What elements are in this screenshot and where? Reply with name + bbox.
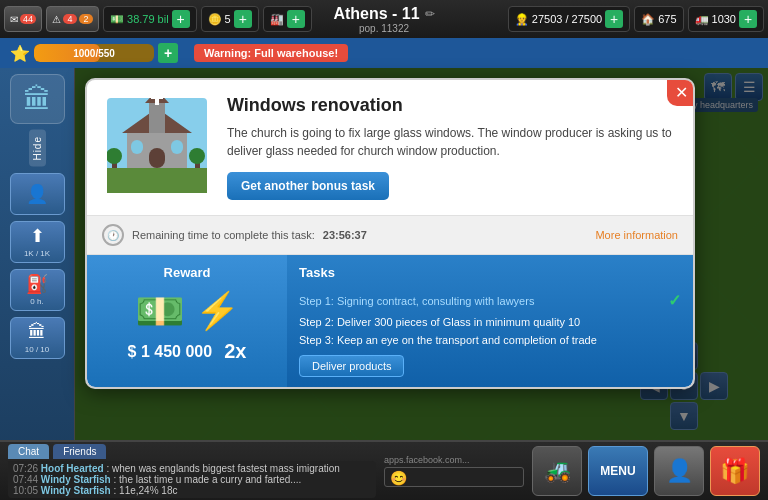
reward-values: $ 1 450 000 2x <box>128 340 247 363</box>
chat-area: Chat Friends 07:26 Hoof Hearted : when w… <box>8 444 376 498</box>
dialog-image <box>102 95 212 195</box>
chat-message-3: 10:05 Windy Starfish : 11e,24% 18c <box>13 485 371 496</box>
money-reward-icon: 💵 <box>135 291 185 331</box>
buildings-icon: 🏠 <box>641 13 655 26</box>
sidebar-item-arrows[interactable]: ⬆ 1K / 1K <box>10 221 65 263</box>
mail-icon: ✉ <box>10 14 18 25</box>
footer-area: apps.facebook.com... 😊 <box>384 455 524 487</box>
emoji-button[interactable]: 😊 <box>390 470 407 486</box>
msg3-text: : 11e,24% 18c <box>114 485 178 496</box>
money-value: 38.79 bil <box>127 13 169 25</box>
second-bar: ⭐ 1000/550 + Warning: Full warehouse! <box>0 38 768 68</box>
factory-icon: 🏭 <box>270 13 284 26</box>
sidebar-item-building[interactable]: 🏛 10 / 10 <box>10 317 65 359</box>
task-item-3: Step 3: Keep an eye on the transport and… <box>299 331 681 349</box>
workers-display: 👷 27503 / 27500 + <box>508 6 630 32</box>
task-item-1: Step 1: Signing contract, consulting wit… <box>299 288 681 313</box>
chat-input[interactable]: 😊 <box>384 467 524 487</box>
reward-title: Reward <box>164 265 211 280</box>
alert-badge: 4 <box>63 14 77 24</box>
building-label: 10 / 10 <box>25 345 49 354</box>
task-1-text: Step 1: Signing contract, consulting wit… <box>299 295 534 307</box>
workers-value: 27503 / 27500 <box>532 13 602 25</box>
chat-tab[interactable]: Chat <box>8 444 49 459</box>
mail-button[interactable]: ✉ 44 <box>4 6 42 32</box>
alert-button[interactable]: ⚠ 4 2 <box>46 6 99 32</box>
city-name: Athens - 11 <box>333 5 419 23</box>
dialog-header: Windows renovation The church is going t… <box>87 80 693 215</box>
sidebar: 🏛 Hide 👤 ⬆ 1K / 1K ⛽ 0 h. 🏛 10 / 10 <box>0 68 75 500</box>
bonus-task-button[interactable]: Get another bonus task <box>227 172 389 200</box>
svg-rect-4 <box>149 103 165 133</box>
sidebar-item-fuel[interactable]: ⛽ 0 h. <box>10 269 65 311</box>
coins-value: 5 <box>225 13 231 25</box>
task-3-text: Step 3: Keep an eye on the transport and… <box>299 334 597 346</box>
reward-multiplier: 2x <box>224 340 246 363</box>
arrows-icon: ⬆ <box>30 225 45 247</box>
msg2-time: 07:44 <box>13 474 41 485</box>
warning-button[interactable]: Warning: Full warehouse! <box>194 44 348 62</box>
svg-rect-6 <box>155 98 159 105</box>
xp-icon: ⭐ <box>10 44 30 63</box>
lightning-icon: ⚡ <box>195 290 240 332</box>
svg-rect-7 <box>151 98 163 99</box>
buildings-value: 675 <box>658 13 676 25</box>
add-workers-button[interactable]: + <box>605 10 623 28</box>
svg-rect-8 <box>149 148 165 168</box>
city-population: pop. 11322 <box>333 23 434 34</box>
add-trucks-button[interactable]: + <box>739 10 757 28</box>
building-icon: 🏛 <box>28 322 46 343</box>
svg-point-14 <box>189 148 205 164</box>
logo-icon: 🏛 <box>23 83 51 116</box>
task-2-text: Step 2: Deliver 300 pieces of Glass in m… <box>299 316 580 328</box>
svg-rect-10 <box>171 140 183 154</box>
money-display: 💵 38.79 bil + <box>103 6 197 32</box>
coins-display: 🪙 5 + <box>201 6 259 32</box>
workers-icon: 👷 <box>515 13 529 26</box>
dialog-bottom: Reward 💵 ⚡ $ 1 450 000 2x Tasks Step 1: … <box>87 255 693 387</box>
tasks-title: Tasks <box>299 265 681 280</box>
msg3-name: Windy Starfish <box>41 485 111 496</box>
arrows-label: 1K / 1K <box>24 249 50 258</box>
timer-label: Remaining time to complete this task: <box>132 229 315 241</box>
chat-tabs: Chat Friends <box>8 444 376 459</box>
svg-rect-9 <box>131 140 143 154</box>
bottom-actions: 🚜 MENU 👤 🎁 <box>532 446 760 496</box>
footer-link[interactable]: apps.facebook.com... <box>384 455 470 465</box>
edit-city-icon[interactable]: ✏ <box>425 7 435 21</box>
dialog-title: Windows renovation <box>227 95 678 116</box>
vehicle-button[interactable]: 🚜 <box>532 446 582 496</box>
hide-button[interactable]: Hide <box>29 130 46 167</box>
add-coins-button[interactable]: + <box>234 10 252 28</box>
task-1-check: ✓ <box>668 291 681 310</box>
truck-icon: 🚛 <box>695 13 709 26</box>
deliver-button[interactable]: Deliver products <box>299 355 404 377</box>
timer-left: 🕐 Remaining time to complete this task: … <box>102 224 367 246</box>
modal-overlay: ✕ <box>75 68 768 440</box>
people-badge: 2 <box>79 14 93 24</box>
sidebar-item-avatar[interactable]: 👤 <box>10 173 65 215</box>
reward-panel: Reward 💵 ⚡ $ 1 450 000 2x <box>87 255 287 387</box>
msg1-time: 07:26 <box>13 463 41 474</box>
dialog-close-button[interactable]: ✕ <box>667 78 695 106</box>
msg3-time: 10:05 <box>13 485 41 496</box>
avatar-icon: 👤 <box>26 183 48 205</box>
city-info: Athens - 11 ✏ pop. 11322 <box>333 5 434 34</box>
add-money-button[interactable]: + <box>172 10 190 28</box>
trucks-value: 1030 <box>712 13 736 25</box>
msg2-text: : the last time u made a curry and farte… <box>114 474 302 485</box>
mail-badge: 44 <box>20 14 36 24</box>
task-item-2: Step 2: Deliver 300 pieces of Glass in m… <box>299 313 681 331</box>
friends-tab[interactable]: Friends <box>53 444 106 459</box>
reward-amount: $ 1 450 000 <box>128 343 213 361</box>
alert-icon: ⚠ <box>52 14 61 25</box>
add-factory-button[interactable]: + <box>287 10 305 28</box>
person-button[interactable]: 👤 <box>654 446 704 496</box>
gift-button[interactable]: 🎁 <box>710 446 760 496</box>
timer-bar: 🕐 Remaining time to complete this task: … <box>87 215 693 255</box>
logo: 🏛 <box>10 74 65 124</box>
more-info-link[interactable]: More information <box>595 229 678 241</box>
menu-button[interactable]: MENU <box>588 446 648 496</box>
coin-icon: 🪙 <box>208 13 222 26</box>
add-xp-button[interactable]: + <box>158 43 178 63</box>
